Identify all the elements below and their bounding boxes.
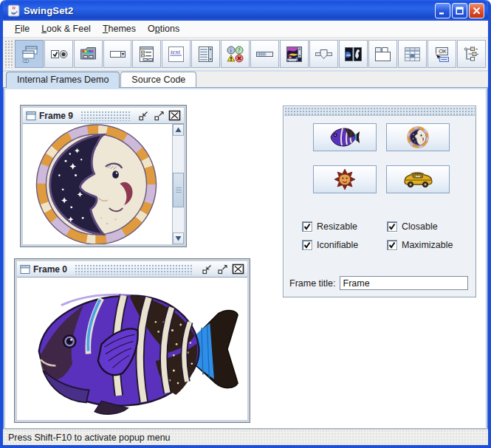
status-text: Press Shift-F10 to activate popup menu: [8, 433, 171, 443]
toolbar-button-scrollpane[interactable]: [280, 40, 309, 68]
svg-text:?: ?: [238, 47, 241, 54]
color-chooser-demo-icon: [78, 44, 98, 64]
fish-thumbnail-icon: [329, 127, 361, 148]
toolbar-button-tooltip[interactable]: OK: [428, 40, 456, 68]
frame9-vertical-scrollbar[interactable]: [172, 124, 184, 244]
toolbar-button-filechooser[interactable]: [132, 40, 161, 68]
internal-frame-demo-icon: [19, 44, 39, 64]
scroll-up-button[interactable]: [173, 124, 184, 136]
file-chooser-demo-icon: [137, 44, 157, 64]
minimize-icon: [438, 6, 447, 15]
close-icon: [472, 6, 481, 15]
frame9-title: Frame 9: [39, 111, 73, 121]
maximize-button[interactable]: [452, 3, 467, 18]
toolbar-button-text[interactable]: text: [162, 40, 190, 68]
frame9-titlebar[interactable]: Frame 9: [23, 108, 184, 124]
cab-button[interactable]: [386, 165, 450, 193]
toolbar-button-slider[interactable]: [309, 40, 338, 68]
checkbox-checked-icon: [302, 240, 312, 250]
moon-thumbnail-icon: [407, 126, 429, 148]
window-titlebar[interactable]: SwingSet2: [3, 0, 488, 21]
frame9-maximize-button[interactable]: [153, 110, 165, 121]
frame9-iconify-button[interactable]: [137, 110, 150, 121]
frame-title-row: Frame title:: [289, 276, 468, 290]
menu-bar: File Look & Feel Themes Options: [3, 21, 488, 38]
toolbar-button-optionpane[interactable]: i ?: [221, 40, 250, 68]
toolbar-button-tree[interactable]: [457, 40, 486, 68]
close-button[interactable]: [469, 3, 484, 18]
tooltip-demo-icon: OK: [432, 44, 452, 64]
table-demo-icon: [402, 44, 422, 64]
svg-text:text: text: [171, 48, 180, 55]
frame0-content: [17, 278, 247, 420]
sun-thumbnail-icon: [334, 168, 356, 190]
toolbar-button-splitpane[interactable]: [339, 40, 368, 68]
minimize-button[interactable]: [435, 3, 450, 18]
progress-bar-demo-icon: [255, 44, 275, 64]
application-window: SwingSet2 File Look & Feel Themes Option…: [0, 0, 491, 448]
maximize-frame-icon: [217, 264, 228, 275]
iconifiable-checkbox[interactable]: Iconifiable: [302, 240, 358, 250]
window-title: SwingSet2: [24, 5, 433, 16]
toolbar-button-list[interactable]: [191, 40, 220, 68]
tree-demo-icon: [461, 44, 481, 64]
html-text-demo-icon: text: [166, 44, 186, 64]
demo-tabs: Internal Frames Demo Source Code: [3, 72, 488, 88]
java-app-icon: [7, 4, 20, 17]
frame-title-input[interactable]: [340, 276, 468, 290]
arrow-down-icon: [175, 235, 182, 241]
frame-controls-palette: Resizable Closable Iconifiable Maximizab…: [283, 106, 476, 297]
tab-internal-frames-demo[interactable]: Internal Frames Demo: [6, 72, 120, 88]
palette-texture-header: [284, 107, 475, 116]
frame-window-icon: [26, 111, 36, 121]
internal-frames-desktop: Frame 9: [4, 88, 487, 429]
toolbar-button-buttons[interactable]: [44, 40, 73, 68]
option-pane-demo-icon: i ?: [225, 44, 245, 64]
tab-source-code[interactable]: Source Code: [120, 72, 196, 87]
moon-image: [35, 124, 157, 244]
close-frame-icon: [168, 110, 181, 121]
iconify-icon: [138, 111, 149, 121]
frame9-close-button[interactable]: [168, 110, 181, 121]
menu-themes[interactable]: Themes: [97, 21, 142, 36]
scrollbar-thumb[interactable]: [173, 173, 184, 207]
iconify-icon: [202, 264, 213, 275]
internal-frame-0: Frame 0: [15, 259, 250, 422]
close-frame-icon: [232, 263, 244, 275]
menu-options[interactable]: Options: [142, 21, 185, 36]
arrow-up-icon: [175, 127, 182, 133]
toolbar-button-combobox[interactable]: [103, 40, 132, 68]
toolbar-button-internal-frames[interactable]: [15, 40, 44, 68]
scrollbar-track[interactable]: [173, 136, 184, 232]
list-demo-icon: [196, 44, 216, 64]
slider-demo-icon: [314, 44, 334, 64]
sun-button[interactable]: [313, 165, 377, 193]
menu-file[interactable]: File: [9, 21, 35, 36]
cab-thumbnail-icon: [402, 170, 434, 189]
moon-button[interactable]: [386, 123, 450, 151]
frame-window-icon: [20, 264, 30, 275]
frame0-close-button[interactable]: [232, 263, 244, 275]
frame0-titlebar[interactable]: Frame 0: [17, 261, 247, 278]
frame0-iconify-button[interactable]: [201, 263, 213, 275]
toolbar-button-tabbedpane[interactable]: [368, 40, 397, 68]
frame-title-label: Frame title:: [289, 278, 336, 289]
scroll-down-button[interactable]: [173, 232, 184, 244]
closable-checkbox[interactable]: Closable: [387, 221, 438, 232]
checkbox-checked-icon: [387, 221, 397, 232]
toolbar-button-table[interactable]: [398, 40, 427, 68]
combobox-demo-icon: [108, 44, 128, 64]
status-bar: Press Shift-F10 to activate popup menu: [3, 429, 488, 445]
maximizable-checkbox[interactable]: Maximizable: [387, 240, 453, 250]
toolbar: text i ?: [3, 38, 488, 72]
resizable-checkbox[interactable]: Resizable: [302, 221, 357, 232]
menu-look-and-feel[interactable]: Look & Feel: [35, 21, 97, 36]
toolbar-drag-grip[interactable]: [4, 40, 13, 68]
frame0-maximize-button[interactable]: [216, 263, 229, 275]
checkbox-checked-icon: [387, 240, 397, 250]
maximize-icon: [455, 6, 464, 15]
toolbar-button-progressbar[interactable]: [250, 40, 279, 68]
toolbar-button-colorchooser[interactable]: [74, 40, 103, 68]
maximize-frame-icon: [154, 111, 165, 121]
fish-button[interactable]: [313, 123, 377, 151]
